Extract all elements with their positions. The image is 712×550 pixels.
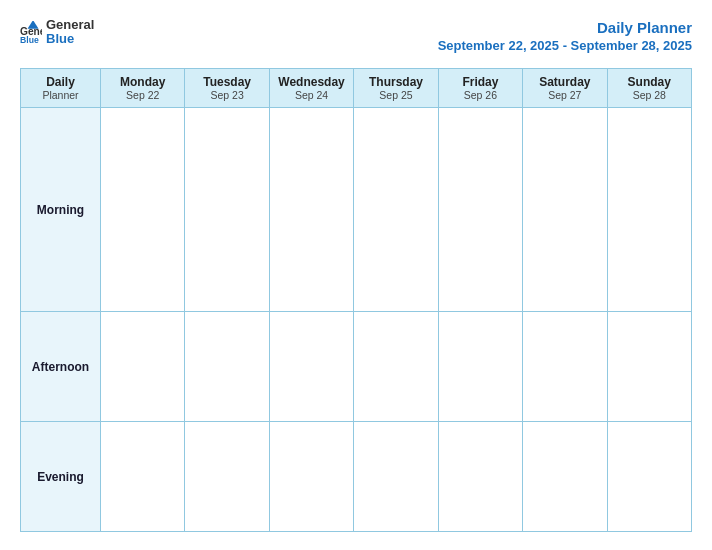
saturday-date: Sep 27	[527, 89, 602, 101]
logo-blue: Blue	[46, 32, 94, 46]
thursday-date: Sep 25	[358, 89, 433, 101]
sunday-label: Sunday	[612, 75, 687, 89]
header-daily-planner: Daily Planner	[21, 69, 101, 108]
thursday-morning-cell[interactable]	[354, 108, 438, 312]
header-wednesday: Wednesday Sep 24	[269, 69, 353, 108]
header: General Blue General Blue Daily Planner …	[20, 18, 692, 54]
svg-marker-2	[28, 21, 39, 29]
friday-afternoon-cell[interactable]	[438, 312, 522, 422]
wednesday-date: Sep 24	[274, 89, 349, 101]
header-saturday: Saturday Sep 27	[523, 69, 607, 108]
title-area: Daily Planner September 22, 2025 - Septe…	[438, 18, 692, 54]
tuesday-evening-cell[interactable]	[185, 422, 269, 532]
logo-area: General Blue General Blue	[20, 18, 94, 47]
tuesday-afternoon-cell[interactable]	[185, 312, 269, 422]
logo-general: General	[46, 18, 94, 32]
generalblue-logo-icon: General Blue	[20, 21, 42, 43]
header-tuesday: Tuesday Sep 23	[185, 69, 269, 108]
wednesday-evening-cell[interactable]	[269, 422, 353, 532]
thursday-label: Thursday	[358, 75, 433, 89]
table-row-morning: Morning	[21, 108, 692, 312]
tuesday-date: Sep 23	[189, 89, 264, 101]
table-row-evening: Evening	[21, 422, 692, 532]
tuesday-label: Tuesday	[189, 75, 264, 89]
wednesday-afternoon-cell[interactable]	[269, 312, 353, 422]
thursday-afternoon-cell[interactable]	[354, 312, 438, 422]
planner-table: Daily Planner Monday Sep 22 Tuesday Sep …	[20, 68, 692, 532]
header-thursday: Thursday Sep 25	[354, 69, 438, 108]
header-monday: Monday Sep 22	[101, 69, 185, 108]
planner-title: Daily Planner	[438, 18, 692, 38]
friday-label: Friday	[443, 75, 518, 89]
thursday-evening-cell[interactable]	[354, 422, 438, 532]
header-sunday: Sunday Sep 28	[607, 69, 691, 108]
monday-morning-cell[interactable]	[101, 108, 185, 312]
planner-date-range: September 22, 2025 - September 28, 2025	[438, 38, 692, 55]
saturday-evening-cell[interactable]	[523, 422, 607, 532]
wednesday-morning-cell[interactable]	[269, 108, 353, 312]
monday-afternoon-cell[interactable]	[101, 312, 185, 422]
header-col1-line1: Daily	[25, 75, 96, 89]
friday-evening-cell[interactable]	[438, 422, 522, 532]
monday-label: Monday	[105, 75, 180, 89]
header-friday: Friday Sep 26	[438, 69, 522, 108]
svg-text:Blue: Blue	[20, 35, 39, 43]
saturday-label: Saturday	[527, 75, 602, 89]
table-row-afternoon: Afternoon	[21, 312, 692, 422]
wednesday-label: Wednesday	[274, 75, 349, 89]
sunday-morning-cell[interactable]	[607, 108, 691, 312]
header-col1-line2: Planner	[25, 89, 96, 101]
saturday-morning-cell[interactable]	[523, 108, 607, 312]
sunday-date: Sep 28	[612, 89, 687, 101]
monday-date: Sep 22	[105, 89, 180, 101]
afternoon-label: Afternoon	[21, 312, 101, 422]
morning-label: Morning	[21, 108, 101, 312]
friday-date: Sep 26	[443, 89, 518, 101]
table-header-row: Daily Planner Monday Sep 22 Tuesday Sep …	[21, 69, 692, 108]
sunday-afternoon-cell[interactable]	[607, 312, 691, 422]
page: General Blue General Blue Daily Planner …	[0, 0, 712, 550]
evening-label: Evening	[21, 422, 101, 532]
saturday-afternoon-cell[interactable]	[523, 312, 607, 422]
sunday-evening-cell[interactable]	[607, 422, 691, 532]
tuesday-morning-cell[interactable]	[185, 108, 269, 312]
friday-morning-cell[interactable]	[438, 108, 522, 312]
monday-evening-cell[interactable]	[101, 422, 185, 532]
